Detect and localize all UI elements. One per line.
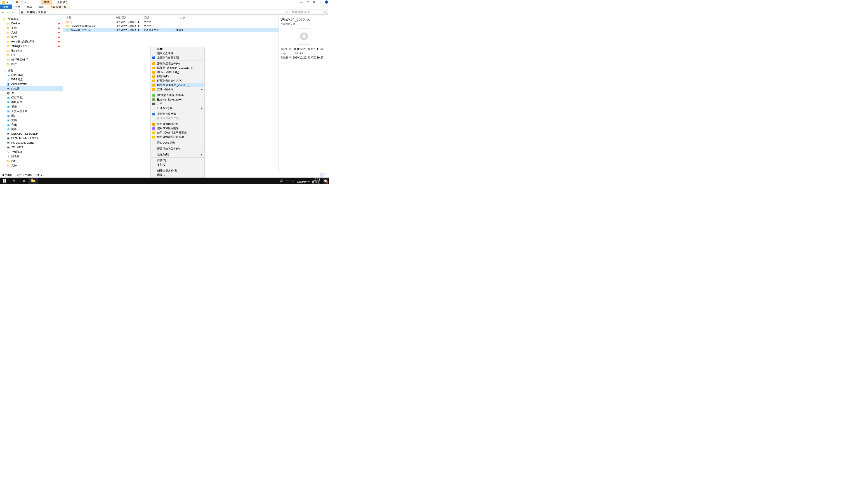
menu-item[interactable]: 添加到 "Win7x64_2020.zip" (T) — [151, 66, 204, 70]
sidebar-item[interactable]: ▣天翼云盘下载 — [0, 109, 63, 113]
sidebar-item[interactable]: 📁Desktop📌 — [0, 21, 63, 26]
explorer-taskbar-button[interactable] — [29, 177, 38, 184]
file-row[interactable]: 📁BaiduNetdiskDownload2020/12/25, 星期五 1..… — [63, 24, 278, 28]
menu-item[interactable]: 用 蜂蜜浏览器 浏览(3) — [151, 93, 204, 97]
nav-quick-access[interactable]: ★快速访问 — [0, 17, 63, 21]
crumb-pc[interactable]: 此电脑 — [27, 10, 35, 14]
nav-up-button[interactable]: ↑ — [15, 11, 19, 14]
nav-recent-icon[interactable]: ▾ — [10, 11, 14, 14]
qat-delete-icon[interactable]: ✖ — [15, 0, 19, 4]
sidebar-item[interactable]: 💻PC-20190530OBLA — [0, 140, 63, 145]
security-icon[interactable]: 🛡 — [291, 180, 294, 183]
start-button[interactable] — [0, 177, 9, 184]
ime-indicator[interactable]: 中 — [286, 179, 289, 183]
sidebar-item[interactable]: ▣本机照片 — [0, 100, 63, 104]
taskbar-clock[interactable]: 16:32 2020/12/25, 星期五 — [297, 178, 320, 184]
notification-button[interactable]: 💬3 — [323, 178, 328, 184]
sidebar-item[interactable]: 📚库 — [0, 91, 63, 95]
menu-item[interactable]: 打开方式(H)▶ — [151, 106, 204, 110]
menu-item[interactable]: 剪切(T) — [151, 158, 204, 163]
menu-item[interactable]: 添加到压缩文件(A)... — [151, 61, 204, 66]
qat-undo-icon[interactable]: ↶ — [20, 0, 23, 4]
menu-item[interactable]: 上传到百度网盘 — [151, 112, 204, 116]
tab-share[interactable]: 共享 — [24, 4, 35, 9]
menu-item[interactable]: 还原以前的版本(V) — [151, 147, 204, 151]
volume-icon[interactable]: 🔊 — [280, 180, 283, 183]
sidebar-item[interactable]: 📁图片📌 — [0, 35, 63, 39]
qat-checkmark-icon[interactable]: ✔ — [10, 0, 14, 4]
minimize-button[interactable]: — — [300, 1, 303, 3]
sidebar-item[interactable]: ▣保存的图片 — [0, 95, 63, 100]
nav-back-button[interactable]: ← — [1, 11, 5, 14]
sidebar-item[interactable]: 📁下载📌 — [0, 26, 63, 30]
sidebar-item[interactable]: 📁图片 — [0, 62, 63, 66]
col-date[interactable]: 修改日期 — [116, 16, 144, 19]
menu-item[interactable]: 解压到当前文件夹(X) — [151, 78, 204, 83]
menu-item[interactable]: 装载 — [151, 47, 204, 51]
sidebar-item[interactable]: 💻ZMT2019 — [0, 145, 63, 150]
col-name[interactable]: 名称˄ — [66, 15, 116, 20]
menu-item[interactable]: 使用 360强力删除 — [151, 126, 204, 131]
menu-item[interactable]: 使用 360解除占用 — [151, 122, 204, 126]
menu-item[interactable]: 复制(C) — [151, 163, 204, 167]
menu-item[interactable]: 创建快捷方式(S) — [151, 168, 204, 173]
menu-item[interactable]: Edit with Notepad++ — [151, 97, 204, 102]
sidebar-item[interactable]: ▣文档 — [0, 118, 63, 123]
sidebar-item[interactable]: 📁软件 — [0, 159, 63, 163]
nav-forward-button[interactable]: → — [6, 11, 9, 14]
search-input[interactable]: 搜索"文档 (E:)" 🔍 — [291, 10, 328, 15]
maximize-button[interactable]: ▢ — [307, 1, 309, 4]
sidebar-item[interactable]: 👤Administrator — [0, 82, 63, 86]
col-size[interactable]: 大小 — [169, 16, 185, 19]
sidebar-item[interactable]: 📁G:\ — [0, 53, 63, 57]
nav-network[interactable]: 🖧网络 — [0, 127, 63, 131]
view-icons-button[interactable] — [323, 173, 327, 177]
sidebar-item[interactable]: 📁excel表格制作求和📌 — [0, 39, 63, 44]
sidebar-item[interactable]: 📁Bandicam — [0, 48, 63, 53]
file-row[interactable]: 💿Win7x64_2020.iso2020/12/25, 星期五 1...光盘映… — [63, 28, 278, 32]
address-dropdown-icon[interactable]: ⌄ ⟳ — [283, 11, 289, 14]
address-breadcrumb[interactable]: 💻 此电脑 文档 (E:) ⌄ ⟳ — [20, 10, 290, 15]
menu-item[interactable]: 发送到(N)▶ — [151, 153, 204, 157]
view-details-button[interactable] — [320, 173, 323, 177]
search-button[interactable]: 🔍 — [9, 177, 19, 184]
sidebar-item[interactable]: 💻DESKTOP-NJEU3CG — [0, 136, 63, 140]
sidebar-item[interactable]: 💻DESKTOP-LSSOEDP — [0, 131, 63, 136]
sidebar-item[interactable]: 📁文件 — [0, 163, 63, 168]
help-button[interactable]: ? — [325, 0, 328, 4]
file-row[interactable]: 📁12020/12/15, 星期二 1...文件夹 — [63, 20, 278, 24]
menu-item[interactable]: 解压到 Win7x64_2020\ (E) — [151, 83, 204, 87]
sidebar-item[interactable]: ☁WPS网盘 — [0, 77, 63, 82]
sidebar-item[interactable]: 📁YUNQISHI2019📌 — [0, 44, 63, 48]
menu-item[interactable]: 用360压缩打开(Q) — [151, 70, 204, 74]
tab-file[interactable]: 文件 — [0, 4, 12, 9]
menu-item[interactable]: 其他压缩命令▶ — [151, 87, 204, 92]
sidebar-item[interactable]: ☁OneDrive — [0, 73, 63, 77]
tab-view[interactable]: 查看 — [35, 4, 47, 9]
ribbon-toggle-icon[interactable]: ⌄ — [319, 1, 321, 3]
sidebar-item[interactable]: 💻此电脑 — [0, 86, 63, 91]
task-view-button[interactable]: ⧉ — [19, 177, 29, 184]
sidebar-item[interactable]: ▣视频 — [0, 104, 63, 109]
col-type[interactable]: 类型 — [144, 16, 169, 19]
sidebar-item[interactable]: ▣图片 — [0, 113, 63, 118]
tab-home[interactable]: 主页 — [12, 4, 24, 9]
nav-desktop[interactable]: ▬桌面 — [0, 68, 63, 73]
sidebar-item[interactable]: 📁win7重装win7 — [0, 57, 63, 62]
crumb-location[interactable]: 文档 (E:) — [38, 10, 49, 14]
close-button[interactable]: ✕ — [313, 1, 315, 4]
qat-dropdown-icon[interactable]: ▾ — [6, 0, 9, 4]
menu-item[interactable]: 通过QQ发送到 — [151, 141, 204, 145]
sidebar-item[interactable]: ⚙控制面板 — [0, 150, 63, 154]
menu-item[interactable]: 共享 — [151, 102, 204, 106]
sidebar-item[interactable]: 📁文档📌 — [0, 30, 63, 35]
menu-item[interactable]: 解压到(F)... — [151, 74, 204, 78]
menu-item[interactable]: 刻录光盘映像 — [151, 51, 204, 56]
menu-item[interactable]: 上传到有道云笔记 — [151, 56, 204, 60]
qat-more-icon[interactable]: ▾ — [24, 0, 28, 4]
tray-overflow-icon[interactable]: ˄ — [276, 180, 277, 183]
tab-disc-image-tools[interactable]: 光盘映像工具 — [47, 4, 70, 9]
sidebar-item[interactable]: ▣音乐 — [0, 123, 63, 127]
sidebar-item[interactable]: 🗑回收站 — [0, 154, 63, 159]
menu-item[interactable]: 使用 360进行木马云查杀 — [151, 131, 204, 135]
